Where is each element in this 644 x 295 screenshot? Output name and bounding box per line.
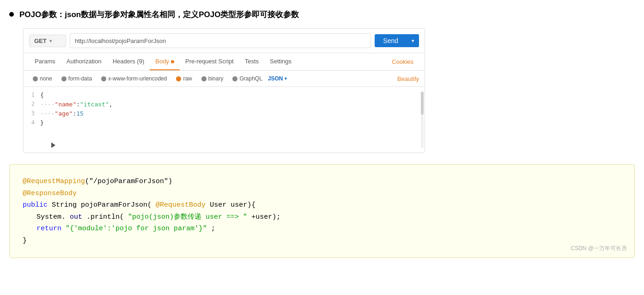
url-bar: GET ▾ Send ▾ xyxy=(24,29,425,53)
code-line-annotation2: @ResponseBody xyxy=(23,188,621,200)
tab-body[interactable]: Body xyxy=(150,53,180,70)
radio-formdata-circle xyxy=(61,76,67,81)
radio-graphql-label: GraphQL xyxy=(239,75,262,82)
method-label: GET xyxy=(34,37,47,44)
scrollbar-track[interactable] xyxy=(421,92,424,148)
radio-none-circle xyxy=(33,76,38,81)
watermark: CSDN @一万年可长否 xyxy=(571,244,627,253)
code-text: String pojoParamForJson( xyxy=(52,201,152,209)
code-line-sysout: System. out .println( "pojo(json)参数传递 us… xyxy=(36,211,621,223)
line-content-4: } xyxy=(40,119,44,126)
radio-binary-circle xyxy=(201,76,207,81)
title-line: POJO参数：json数据与形参对象属性名相同，定义POJO类型形参即可接收参数 xyxy=(9,9,635,20)
tab-tests[interactable]: Tests xyxy=(239,53,264,70)
cookies-button[interactable]: Cookies xyxy=(386,54,419,70)
tab-prerequest[interactable]: Pre-request Script xyxy=(180,53,239,70)
radio-raw-circle xyxy=(176,76,181,81)
code-editor[interactable]: 1 { 2 ····"name":"itcast", 3 ····"age":1… xyxy=(24,87,425,153)
code-line-2: 2 ····"name":"itcast", xyxy=(24,101,425,110)
code-line-return: return "{'module':'pojo for json param'}… xyxy=(36,223,621,235)
radio-binary[interactable]: binary xyxy=(198,74,227,83)
radio-graphql[interactable]: GraphQL xyxy=(229,74,266,83)
beautify-button[interactable]: Beautify xyxy=(397,75,419,82)
radio-raw[interactable]: raw xyxy=(172,74,195,83)
radio-none[interactable]: none xyxy=(29,74,56,83)
code-text: ; xyxy=(211,225,215,233)
radio-urlencoded[interactable]: x-www-form-urlencoded xyxy=(97,74,170,83)
code-line-1: 1 { xyxy=(24,92,425,101)
line-num-1: 1 xyxy=(24,92,40,98)
radio-none-label: none xyxy=(40,75,52,82)
chevron-down-icon: ▾ xyxy=(285,76,287,81)
cursor-icon xyxy=(51,142,55,148)
code-line-3: 3 ····"age":15 xyxy=(24,110,425,119)
line-num-2: 2 xyxy=(24,101,40,107)
radio-formdata-label: form-data xyxy=(68,75,92,82)
radio-urlencoded-circle xyxy=(101,76,106,81)
line-content-2: ····"name":"itcast", xyxy=(40,101,113,108)
code-out: out xyxy=(70,213,82,221)
code-text: +user); xyxy=(251,213,280,221)
radio-binary-label: binary xyxy=(208,75,224,82)
url-input[interactable] xyxy=(70,33,371,48)
method-select[interactable]: GET ▾ xyxy=(29,35,66,47)
code-line-4: 4 } xyxy=(24,119,425,129)
code-line-method: public String pojoParamForJson( @Request… xyxy=(23,199,621,211)
code-lines: 1 { 2 ····"name":"itcast", 3 ····"age":1… xyxy=(24,92,425,129)
code-text: .println( xyxy=(86,213,124,221)
tab-params[interactable]: Params xyxy=(29,53,61,70)
tab-headers[interactable]: Headers (9) xyxy=(107,53,150,70)
line-num-4: 4 xyxy=(24,119,40,126)
code-line-close: } xyxy=(23,235,621,247)
code-brace-close: } xyxy=(23,237,27,245)
code-text: ("/pojoParamForJson") xyxy=(85,178,172,185)
radio-formdata[interactable]: form-data xyxy=(58,74,96,83)
tabs-bar: Params Authorization Headers (9) Body Pr… xyxy=(24,53,425,71)
radio-raw-label: raw xyxy=(183,75,192,82)
tab-authorization[interactable]: Authorization xyxy=(61,53,107,70)
body-options-bar: none form-data x-www-form-urlencoded raw… xyxy=(24,71,425,87)
keyword-public: public xyxy=(23,201,48,209)
code-text: User user){ xyxy=(210,201,255,209)
radio-graphql-circle xyxy=(232,76,237,81)
tab-settings[interactable]: Settings xyxy=(264,53,297,70)
chevron-down-icon: ▾ xyxy=(49,38,52,43)
code-block: @RequestMapping("/pojoParamForJson") @Re… xyxy=(9,164,635,258)
scrollbar-thumb[interactable] xyxy=(421,92,424,115)
title-text: POJO参数：json数据与形参对象属性名相同，定义POJO类型形参即可接收参数 xyxy=(19,9,299,20)
radio-urlencoded-label: x-www-form-urlencoded xyxy=(108,75,167,82)
annotation-requestbody: @RequestBody xyxy=(156,201,206,209)
annotation-responsebody: @ResponseBody xyxy=(23,190,77,197)
annotation-requestmapping: @RequestMapping xyxy=(23,178,85,185)
keyword-return: return xyxy=(36,225,61,233)
line-content-1: { xyxy=(40,92,44,98)
line-num-3: 3 xyxy=(24,110,40,117)
code-string: "pojo(json)参数传递 user ==> " xyxy=(128,213,247,221)
code-text: System. xyxy=(36,213,66,221)
send-button[interactable]: Send ▾ xyxy=(375,34,419,47)
code-line-annotation1: @RequestMapping("/pojoParamForJson") xyxy=(23,176,621,188)
send-label: Send xyxy=(375,37,407,44)
bullet-dot xyxy=(9,12,14,17)
line-content-3: ····"age":15 xyxy=(40,110,84,117)
json-label: JSON xyxy=(268,75,283,82)
postman-panel: GET ▾ Send ▾ Params Authorization Header… xyxy=(23,28,425,153)
code-return-string: "{'module':'pojo for json param'}" xyxy=(66,225,207,233)
body-active-dot xyxy=(171,60,174,63)
json-format-select[interactable]: JSON ▾ xyxy=(268,75,287,82)
chevron-down-icon[interactable]: ▾ xyxy=(407,38,419,44)
